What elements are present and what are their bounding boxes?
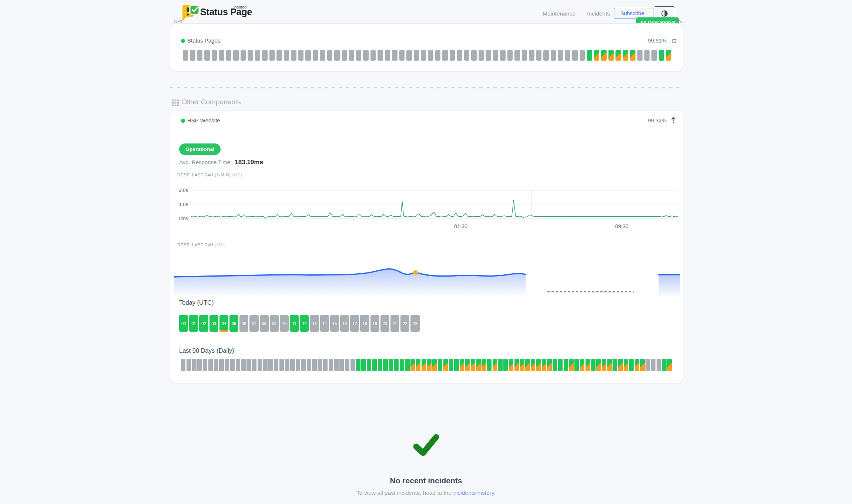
uptime-bar xyxy=(212,50,217,61)
uptime-bar xyxy=(482,359,486,371)
uptime-bar xyxy=(613,359,617,371)
uptime-bar xyxy=(493,50,498,61)
uptime-bar xyxy=(197,359,202,371)
uptime-bar xyxy=(252,359,256,371)
hour-block-13: 13 xyxy=(310,315,319,332)
nav-incidents[interactable]: Incidents xyxy=(587,10,610,17)
uptime-bar xyxy=(565,50,570,61)
hour-label: 15 xyxy=(332,321,337,326)
uptime-bar xyxy=(551,50,556,61)
check-icon xyxy=(410,429,442,461)
hour-incident-mark xyxy=(219,330,228,332)
uptime-bar xyxy=(572,50,577,61)
last90-days-row xyxy=(181,359,672,371)
hour-block-09: 09 xyxy=(270,315,279,332)
chart2-marker-dot[interactable] xyxy=(413,270,418,275)
uptime-bar xyxy=(580,50,585,61)
uptime-bar xyxy=(197,50,202,61)
uptime-bar xyxy=(356,50,361,61)
uptime-bar xyxy=(514,50,520,61)
uptime-bar xyxy=(651,359,655,371)
uptime-bar xyxy=(219,359,224,371)
hour-block-00: 00 xyxy=(179,315,188,332)
uptime-bar xyxy=(192,359,197,371)
uptime-bar xyxy=(471,50,476,61)
avg-response-label: Avg. Response Time: xyxy=(179,159,232,165)
hour-label: 17 xyxy=(352,321,357,326)
uptime-bar xyxy=(214,359,218,371)
uptime-bar xyxy=(479,50,484,61)
trend-up-icon[interactable] xyxy=(671,117,676,124)
uptime-bar xyxy=(421,50,426,61)
uptime-bar xyxy=(290,359,295,371)
uptime-bar xyxy=(427,359,431,371)
hour-label: 20 xyxy=(383,321,387,326)
hour-label: 21 xyxy=(393,321,397,326)
hour-block-05: 05 xyxy=(229,315,238,332)
uptime-bar xyxy=(522,50,527,61)
uptime-bar xyxy=(400,359,404,371)
incidents-footer: To view all past incidents, head to the … xyxy=(0,490,852,496)
hour-block-07: 07 xyxy=(249,315,258,332)
uptime-bar xyxy=(454,359,459,371)
uptime-bar xyxy=(428,50,433,61)
uptime-bar xyxy=(587,50,592,61)
uptime-bar xyxy=(487,359,492,371)
uptime-bar xyxy=(258,359,262,371)
footer-suffix: . xyxy=(494,490,495,496)
uptime-bar xyxy=(476,359,480,371)
uptime-bar-row xyxy=(183,50,671,61)
component-row[interactable]: Status Pages 99.91% xyxy=(181,24,678,46)
uptime-bar xyxy=(432,359,437,371)
uptime-bar xyxy=(493,359,497,371)
component-name: Status Pages xyxy=(187,37,220,44)
uptime-bar xyxy=(298,50,303,61)
hour-label: 02 xyxy=(201,321,206,326)
uptime-bar xyxy=(236,359,240,371)
chart1-label: RESP. LAST 24H (1-MIN) xyxy=(177,173,231,177)
uptime-bar xyxy=(312,359,316,371)
uptime-bar xyxy=(307,359,311,371)
uptime-bar xyxy=(596,359,601,371)
response-time-line-chart[interactable]: 01:3009:30 xyxy=(191,190,678,233)
component-row[interactable]: HSP Website 99.32% xyxy=(181,111,678,132)
hour-label: 10 xyxy=(282,321,286,326)
uptime-bar xyxy=(624,359,628,371)
hour-block-15: 15 xyxy=(330,315,339,332)
uptime-bar xyxy=(339,359,344,371)
hour-label: 16 xyxy=(342,321,347,326)
uptime-bar xyxy=(350,359,355,371)
app-logo-icon[interactable] xyxy=(180,4,199,24)
refresh-icon[interactable] xyxy=(671,38,677,44)
uptime-bar xyxy=(635,359,639,371)
app-title-superscript: hosted xyxy=(234,5,246,9)
hour-label: 14 xyxy=(322,321,327,326)
uptime-bar xyxy=(385,50,390,61)
uptime-bar xyxy=(586,359,590,371)
uptime-bar xyxy=(349,50,354,61)
uptime-bar xyxy=(414,50,419,61)
uptime-bar xyxy=(531,359,535,371)
hour-label: 19 xyxy=(373,321,377,326)
response-time-area-chart[interactable] xyxy=(174,256,680,302)
hour-label: 05 xyxy=(232,321,236,326)
uptime-bar xyxy=(406,50,412,61)
uptime-bar xyxy=(410,359,415,371)
status-page: Status Page hosted API Maintenance Incid… xyxy=(0,0,852,504)
uptime-bar xyxy=(181,359,185,371)
uptime-bar xyxy=(318,359,322,371)
hour-block-20: 20 xyxy=(380,315,389,332)
uptime-bar xyxy=(225,359,229,371)
uptime-bar xyxy=(378,359,382,371)
incidents-history-link[interactable]: incidents history xyxy=(453,490,494,496)
uptime-bar xyxy=(651,50,657,61)
uptime-bar xyxy=(320,50,325,61)
uptime-bar xyxy=(630,50,635,61)
hour-label: 09 xyxy=(272,321,276,326)
uptime-bar xyxy=(183,50,188,61)
nav-maintenance[interactable]: Maintenance xyxy=(543,10,576,17)
uptime-bar xyxy=(450,50,455,61)
uptime-percent: 99.91% xyxy=(648,37,667,44)
uptime-bar xyxy=(449,359,453,371)
uptime-bar xyxy=(378,50,383,61)
